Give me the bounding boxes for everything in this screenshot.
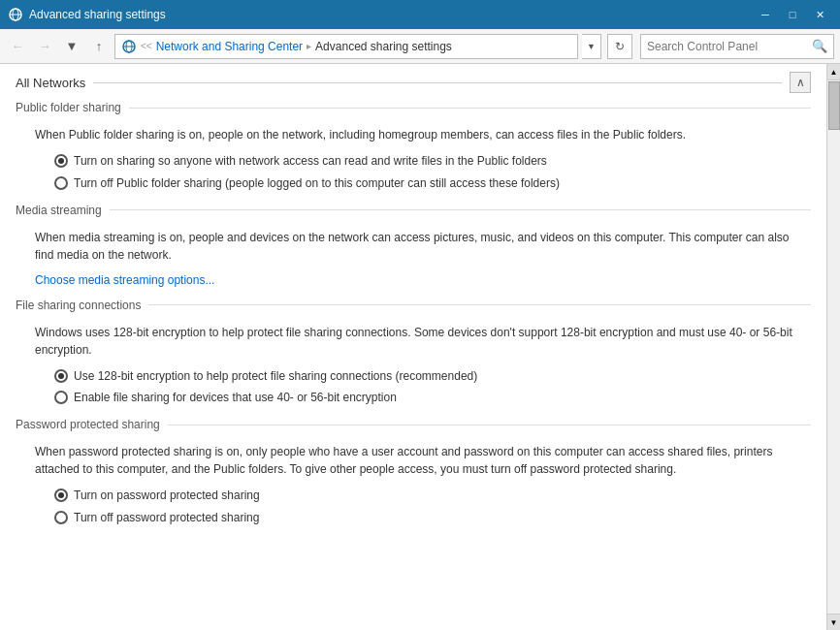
up-button[interactable]: ↑ (87, 35, 111, 58)
search-icon: 🔍 (812, 39, 827, 53)
minimize-button[interactable]: ─ (753, 5, 778, 24)
media-streaming-description: When media streaming is on, people and d… (16, 229, 811, 264)
file-sharing-128-radio[interactable] (54, 369, 68, 383)
password-sharing-description: When password protected sharing is on, o… (16, 443, 811, 478)
password-sharing-header: Password protected sharing (16, 418, 811, 431)
file-sharing-40-radio[interactable] (54, 391, 68, 404)
public-folder-description: When Public folder sharing is on, people… (16, 126, 811, 143)
media-streaming-header: Media streaming (16, 204, 811, 217)
search-input[interactable] (647, 40, 808, 53)
public-folder-title: Public folder sharing (16, 101, 121, 114)
all-networks-title: All Networks (16, 76, 85, 90)
file-sharing-128-option[interactable]: Use 128-bit encryption to help protect f… (54, 368, 811, 385)
file-sharing-options: Use 128-bit encryption to help protect f… (16, 368, 811, 407)
main-content: All Networks ∧ Public folder sharing Whe… (0, 64, 840, 630)
password-on-option[interactable]: Turn on password protected sharing (54, 488, 811, 504)
file-sharing-128-label: Use 128-bit encryption to help protect f… (74, 368, 477, 385)
maximize-button[interactable]: □ (780, 5, 805, 24)
subsection-divider (129, 108, 811, 109)
window-icon (8, 7, 23, 22)
collapse-button[interactable]: ∧ (790, 72, 811, 93)
title-bar: Advanced sharing settings ─ □ ✕ (0, 0, 840, 29)
scrollbar[interactable]: ▲ ▼ (826, 64, 840, 630)
address-dropdown[interactable]: ▼ (582, 34, 601, 59)
breadcrumb-current: Advanced sharing settings (315, 40, 452, 53)
recent-pages-button[interactable]: ▼ (60, 35, 83, 58)
password-off-radio[interactable] (54, 511, 68, 524)
path-separator-1: << (141, 41, 152, 51)
public-folder-header: Public folder sharing (16, 101, 811, 114)
password-off-option[interactable]: Turn off password protected sharing (54, 510, 811, 526)
public-folder-options: Turn on sharing so anyone with network a… (16, 153, 811, 192)
network-icon (121, 39, 137, 54)
password-off-label: Turn off password protected sharing (74, 510, 259, 526)
file-sharing-title: File sharing connections (16, 299, 141, 312)
window-controls: ─ □ ✕ (753, 5, 832, 24)
address-path: << Network and Sharing Center ▸ Advanced… (114, 34, 578, 59)
file-sharing-40-label: Enable file sharing for devices that use… (74, 390, 397, 406)
public-folder-off-option[interactable]: Turn off Public folder sharing (people l… (54, 175, 811, 192)
all-networks-header: All Networks ∧ (0, 64, 826, 97)
file-subsection-divider (148, 304, 811, 305)
back-button[interactable]: ← (6, 35, 29, 58)
file-sharing-header: File sharing connections (16, 299, 811, 312)
public-folder-section: Public folder sharing (16, 101, 811, 114)
password-sharing-title: Password protected sharing (16, 418, 160, 431)
content-area[interactable]: All Networks ∧ Public folder sharing Whe… (0, 64, 826, 630)
media-streaming-link[interactable]: Choose media streaming options... (35, 273, 811, 287)
scroll-down-button[interactable]: ▼ (827, 614, 840, 630)
media-streaming-section: Media streaming (16, 204, 811, 217)
file-sharing-40-option[interactable]: Enable file sharing for devices that use… (54, 390, 811, 406)
search-box: 🔍 (640, 34, 834, 59)
public-folder-off-label: Turn off Public folder sharing (people l… (74, 175, 560, 192)
scroll-thumb[interactable] (828, 81, 840, 130)
address-bar: ← → ▼ ↑ << Network and Sharing Center ▸ … (0, 29, 840, 64)
forward-button[interactable]: → (33, 35, 56, 58)
public-folder-off-radio[interactable] (54, 176, 68, 190)
media-subsection-divider (110, 209, 811, 210)
password-sharing-options: Turn on password protected sharing Turn … (16, 488, 811, 526)
scroll-up-button[interactable]: ▲ (827, 64, 840, 80)
path-arrow: ▸ (307, 41, 311, 51)
public-folder-on-option[interactable]: Turn on sharing so anyone with network a… (54, 153, 811, 170)
window-title: Advanced sharing settings (29, 8, 747, 21)
password-sharing-section: Password protected sharing (16, 418, 811, 431)
file-sharing-description: Windows uses 128-bit encryption to help … (16, 324, 811, 359)
media-streaming-title: Media streaming (16, 204, 102, 217)
password-on-label: Turn on password protected sharing (74, 488, 260, 504)
section-divider (93, 82, 782, 83)
file-sharing-section: File sharing connections (16, 299, 811, 312)
public-folder-on-label: Turn on sharing so anyone with network a… (74, 153, 547, 170)
close-button[interactable]: ✕ (807, 5, 832, 24)
scroll-track (827, 80, 840, 614)
refresh-button[interactable]: ↻ (607, 34, 632, 59)
breadcrumb-network[interactable]: Network and Sharing Center (156, 40, 303, 53)
password-on-radio[interactable] (54, 488, 68, 502)
public-folder-on-radio[interactable] (54, 154, 68, 168)
password-subsection-divider (168, 425, 811, 425)
